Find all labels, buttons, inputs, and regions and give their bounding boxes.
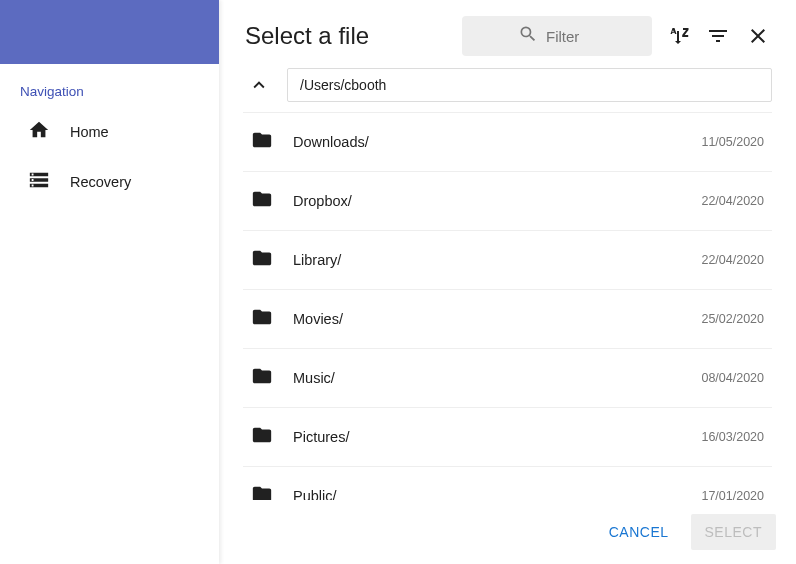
file-date: 08/04/2020	[701, 371, 764, 385]
file-name: Pictures/	[293, 429, 681, 445]
navigation-title: Navigation	[0, 64, 219, 107]
sidebar: Navigation Home Recovery	[0, 0, 219, 564]
sidebar-item-recovery[interactable]: Recovery	[0, 157, 219, 207]
file-name: Movies/	[293, 311, 681, 327]
file-date: 16/03/2020	[701, 430, 764, 444]
close-button[interactable]	[744, 22, 772, 50]
path-row	[219, 68, 796, 112]
sidebar-item-home[interactable]: Home	[0, 107, 219, 157]
file-name: Dropbox/	[293, 193, 681, 209]
file-date: 11/05/2020	[701, 135, 764, 149]
home-icon	[28, 119, 50, 145]
file-row[interactable]: Dropbox/ 22/04/2020	[243, 172, 772, 231]
folder-icon	[251, 483, 273, 500]
file-dialog: Select a file Downloads/ 11/05/2020	[219, 0, 796, 564]
file-date: 22/04/2020	[701, 253, 764, 267]
file-row[interactable]: Music/ 08/04/2020	[243, 349, 772, 408]
file-name: Public/	[293, 488, 681, 500]
cancel-button[interactable]: Cancel	[595, 514, 683, 550]
toolbar: Select a file	[219, 0, 796, 68]
file-name: Music/	[293, 370, 681, 386]
file-date: 22/04/2020	[701, 194, 764, 208]
dialog-title: Select a file	[245, 22, 369, 50]
folder-icon	[251, 365, 273, 391]
folder-icon	[251, 424, 273, 450]
sidebar-item-label: Home	[70, 124, 109, 140]
storage-icon	[28, 169, 50, 195]
filter-input[interactable]	[546, 28, 596, 45]
file-list[interactable]: Downloads/ 11/05/2020 Dropbox/ 22/04/202…	[219, 112, 796, 500]
sort-az-button[interactable]	[664, 22, 692, 50]
sidebar-header	[0, 0, 219, 64]
sidebar-item-label: Recovery	[70, 174, 131, 190]
filter-list-button[interactable]	[704, 22, 732, 50]
go-up-button[interactable]	[243, 69, 275, 101]
file-date: 25/02/2020	[701, 312, 764, 326]
action-bar: Cancel Select	[219, 500, 796, 564]
file-row[interactable]: Pictures/ 16/03/2020	[243, 408, 772, 467]
file-row[interactable]: Movies/ 25/02/2020	[243, 290, 772, 349]
file-name: Library/	[293, 252, 681, 268]
folder-icon	[251, 306, 273, 332]
file-row[interactable]: Downloads/ 11/05/2020	[243, 112, 772, 172]
folder-icon	[251, 129, 273, 155]
filter-box[interactable]	[462, 16, 652, 56]
file-date: 17/01/2020	[701, 489, 764, 500]
file-name: Downloads/	[293, 134, 681, 150]
search-icon	[518, 24, 538, 48]
file-row[interactable]: Library/ 22/04/2020	[243, 231, 772, 290]
folder-icon	[251, 247, 273, 273]
path-input[interactable]	[287, 68, 772, 102]
select-button: Select	[691, 514, 776, 550]
file-row[interactable]: Public/ 17/01/2020	[243, 467, 772, 500]
folder-icon	[251, 188, 273, 214]
